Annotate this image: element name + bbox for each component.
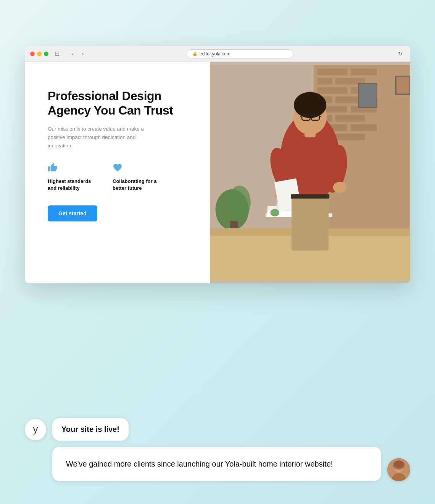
svg-rect-6 bbox=[317, 87, 347, 94]
chat-section: y Your site is live! We've gained more c… bbox=[25, 418, 410, 481]
traffic-lights bbox=[30, 52, 48, 56]
hero-subtitle: Our mission is to create value and make … bbox=[48, 125, 155, 150]
address-bar[interactable]: 🔒 editor.yola.com bbox=[187, 49, 293, 58]
svg-rect-22 bbox=[359, 85, 376, 107]
browser-chrome: ⊟ ‹ › 🔒 editor.yola.com ↻ bbox=[25, 46, 410, 62]
svg-rect-17 bbox=[335, 134, 365, 141]
forward-button[interactable]: › bbox=[78, 49, 87, 58]
svg-rect-15 bbox=[351, 124, 377, 131]
thumbs-up-icon bbox=[48, 163, 97, 175]
svg-rect-20 bbox=[396, 77, 409, 94]
svg-point-35 bbox=[270, 209, 279, 216]
heart-icon bbox=[113, 163, 162, 175]
minimize-button[interactable] bbox=[37, 52, 42, 56]
website-left-panel: Professional Design Agency You Can Trust… bbox=[25, 62, 210, 283]
chat-bubble-1: Your site is live! bbox=[52, 418, 129, 441]
website-hero-image bbox=[210, 62, 410, 283]
chat-bubble-2: We've gained more clients since launchin… bbox=[52, 447, 381, 481]
browser-window: ⊟ ‹ › 🔒 editor.yola.com ↻ Professional D… bbox=[25, 46, 410, 283]
maximize-button[interactable] bbox=[44, 52, 48, 56]
bubble-2-text: We've gained more clients since launchin… bbox=[66, 460, 333, 468]
chat-row-2: We've gained more clients since launchin… bbox=[25, 447, 410, 481]
svg-rect-3 bbox=[351, 69, 377, 76]
lock-icon: 🔒 bbox=[192, 51, 198, 56]
svg-point-24 bbox=[228, 186, 250, 219]
address-bar-container: 🔒 editor.yola.com bbox=[91, 49, 389, 58]
url-text: editor.yola.com bbox=[200, 51, 230, 57]
svg-point-41 bbox=[303, 92, 317, 107]
feature-item-2: Collaborating for a better future bbox=[113, 163, 162, 192]
svg-rect-4 bbox=[317, 78, 332, 85]
feature-label-1: Highest standards and reliability bbox=[48, 178, 97, 192]
svg-point-50 bbox=[333, 182, 346, 193]
sidebar-toggle-icon[interactable]: ⊟ bbox=[52, 49, 61, 58]
svg-rect-52 bbox=[292, 195, 329, 250]
features-row: Highest standards and reliability Collab… bbox=[48, 163, 191, 192]
svg-rect-13 bbox=[335, 115, 365, 122]
user-avatar bbox=[387, 458, 410, 481]
yola-avatar: y bbox=[25, 419, 46, 440]
feature-label-2: Collaborating for a better future bbox=[113, 178, 162, 192]
feature-item-1: Highest standards and reliability bbox=[48, 163, 97, 192]
svg-rect-2 bbox=[317, 69, 347, 76]
refresh-button[interactable]: ↻ bbox=[396, 49, 405, 58]
chat-row-1: y Your site is live! bbox=[25, 418, 410, 441]
close-button[interactable] bbox=[30, 52, 35, 56]
website-content: Professional Design Agency You Can Trust… bbox=[25, 62, 410, 283]
nav-buttons: ‹ › bbox=[68, 49, 87, 58]
yola-letter: y bbox=[33, 423, 38, 435]
svg-point-58 bbox=[393, 460, 405, 470]
bubble-1-text: Your site is live! bbox=[61, 425, 119, 433]
hero-heading: Professional Design Agency You Can Trust bbox=[48, 89, 191, 118]
get-started-button[interactable]: Get started bbox=[48, 205, 97, 221]
back-button[interactable]: ‹ bbox=[68, 49, 77, 58]
svg-rect-53 bbox=[291, 194, 329, 199]
